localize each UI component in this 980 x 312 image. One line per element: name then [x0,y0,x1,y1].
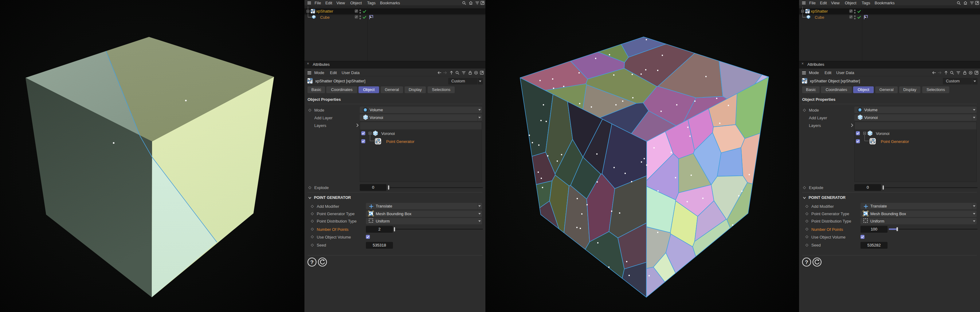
svg-text:?: ? [310,259,313,265]
svg-text:?: ? [805,259,808,265]
